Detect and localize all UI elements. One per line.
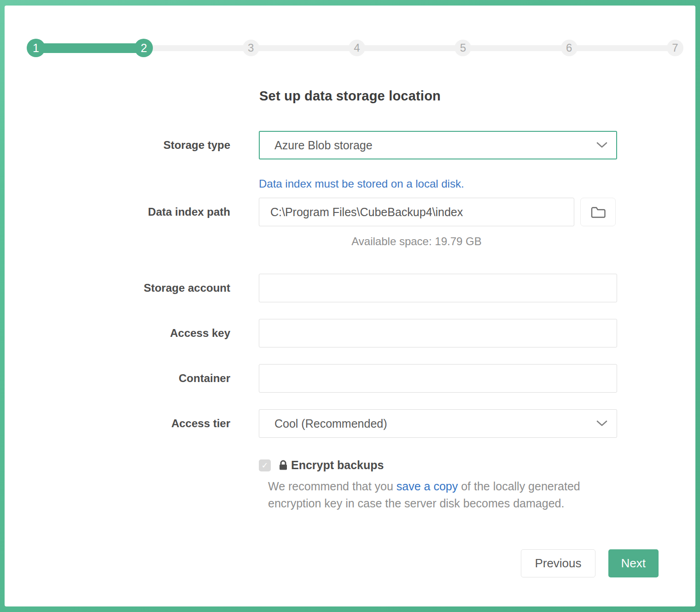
data-index-path-input[interactable] [259,198,574,226]
access-tier-row: Access tier Cool (Recommended) [5,409,695,438]
access-tier-label: Access tier [5,417,230,430]
step-2: 2 [134,39,153,57]
container-label: Container [5,372,230,385]
encrypt-note: We recommend that you save a copy of the… [268,478,613,512]
wizard-buttons: Previous Next [5,549,659,577]
step-1: 1 [27,39,45,57]
data-index-path-row: Data index path [5,198,695,226]
previous-button[interactable]: Previous [521,549,595,577]
step-6-number: 6 [566,41,572,54]
step-7: 7 [667,40,683,56]
storage-account-label: Storage account [5,282,230,294]
step-3: 3 [243,40,259,56]
encrypt-backups-checkbox[interactable]: ✓ [259,459,271,471]
storage-type-row: Storage type Azure Blob storage [5,131,695,159]
stepper-bar-5-6 [464,45,567,51]
wizard-stepper: 1 2 3 4 5 6 7 [27,39,683,57]
page-title: Set up data storage location [5,88,695,104]
setup-wizard-card: 1 2 3 4 5 6 7 Set up data storage locati… [5,6,695,606]
step-1-number: 1 [33,41,39,55]
step-3-number: 3 [248,41,254,54]
encrypt-section: ✓ Encrypt backups We recommend that you … [259,459,617,512]
access-tier-select[interactable]: Cool (Recommended) [259,409,617,438]
available-space-text: Available space: 19.79 GB [259,235,574,248]
lock-icon [279,460,287,471]
browse-folder-button[interactable] [580,198,616,226]
index-note: Data index must be stored on a local dis… [259,177,695,190]
step-4-number: 4 [354,41,360,54]
container-row: Container [5,364,695,393]
chevron-down-icon [596,142,607,148]
storage-form: Storage type Azure Blob storage Data ind… [5,131,695,577]
encrypt-note-prefix: We recommend that you [268,480,397,493]
save-a-copy-link[interactable]: save a copy [397,480,458,493]
stepper-bar-6-7 [571,45,674,51]
access-key-label: Access key [5,327,230,340]
storage-account-row: Storage account [5,274,695,302]
step-2-number: 2 [140,41,147,55]
step-5-number: 5 [460,41,466,54]
encrypt-backups-label: Encrypt backups [291,459,384,472]
folder-icon [590,206,606,219]
container-input[interactable] [259,364,617,393]
stepper-bar-3-4 [252,45,356,51]
storage-type-value: Azure Blob storage [274,139,373,152]
data-index-path-label: Data index path [5,206,230,218]
access-key-row: Access key [5,319,695,347]
stepper-bar-1-2 [38,43,141,53]
next-button[interactable]: Next [608,549,659,577]
step-7-number: 7 [672,41,678,54]
access-key-input[interactable] [259,319,617,347]
stepper-bar-4-5 [358,45,461,51]
step-6: 6 [561,40,578,56]
access-tier-value: Cool (Recommended) [274,417,387,430]
chevron-down-icon [596,420,607,427]
checkmark-icon: ✓ [261,460,268,471]
step-4: 4 [349,40,365,56]
stepper-bar-2-3 [146,45,249,51]
storage-type-select[interactable]: Azure Blob storage [259,131,617,159]
step-5: 5 [455,40,471,56]
storage-account-input[interactable] [259,274,617,302]
storage-type-label: Storage type [5,139,230,152]
